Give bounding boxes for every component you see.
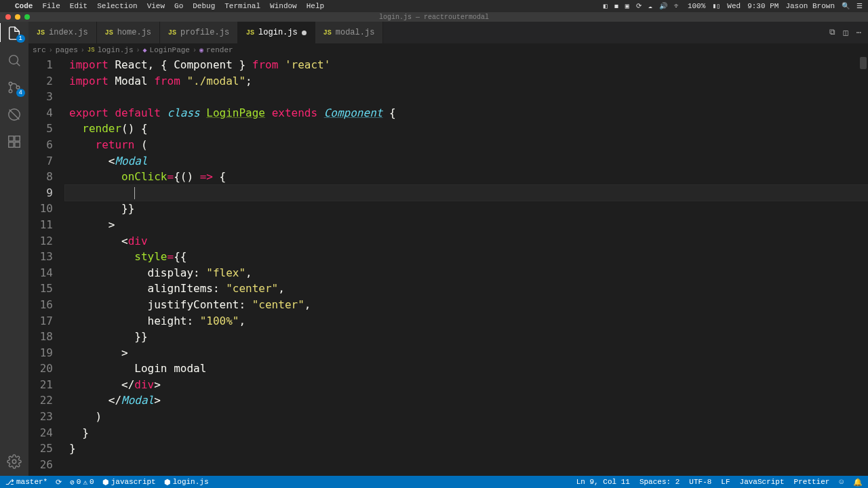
explorer-icon[interactable]: 1 (7, 26, 22, 41)
editor: JSindex.js JShome.js JSprofile.js JSlogi… (28, 22, 868, 476)
code-line[interactable]: }} (65, 329, 868, 345)
editor-tabs: JSindex.js JShome.js JSprofile.js JSlogi… (28, 22, 868, 43)
tab-profile[interactable]: JSprofile.js (160, 22, 238, 43)
debug-icon[interactable] (7, 107, 22, 122)
maximize-icon[interactable] (24, 14, 30, 20)
js-icon: JS (37, 29, 45, 37)
close-icon[interactable] (5, 14, 11, 20)
notifications-icon[interactable]: ☰ (856, 2, 863, 10)
status-icon[interactable]: ◧ (604, 2, 608, 10)
code-line[interactable]: export default class LoginPage extends C… (65, 105, 868, 121)
code-lines[interactable]: import React, { Component } from 'react'… (65, 57, 868, 476)
status-icon[interactable]: ▣ (625, 2, 629, 10)
feedback-icon[interactable]: ☺ (839, 478, 844, 486)
code-line[interactable]: display: "flex", (65, 265, 868, 281)
code-line[interactable]: alignItems: "center", (65, 281, 868, 297)
status-icon[interactable]: ◼ (614, 2, 618, 10)
cursor-position[interactable]: Ln 9, Col 11 (576, 478, 630, 486)
menu-app[interactable]: Code (15, 2, 33, 10)
code-line[interactable] (65, 457, 868, 473)
menu-go[interactable]: Go (174, 2, 183, 10)
code-line[interactable]: }} (65, 201, 868, 217)
source-control-icon[interactable]: 4 (7, 80, 22, 95)
active-file[interactable]: ⬢ login.js (164, 478, 209, 487)
menu-debug[interactable]: Debug (193, 2, 215, 10)
settings-gear-icon[interactable] (7, 454, 22, 469)
problems-indicator[interactable]: ⊘ 0 ⚠ 0 (70, 478, 94, 487)
menu-edit[interactable]: Edit (70, 2, 87, 10)
code-line[interactable]: import React, { Component } from 'react' (65, 57, 868, 73)
code-line[interactable]: > (65, 217, 868, 233)
sync-icon[interactable]: ⟳ (56, 478, 62, 487)
class-icon: ◆ (143, 46, 147, 54)
battery-percent: 100% (688, 2, 705, 10)
code-line[interactable]: height: "100%", (65, 313, 868, 329)
breadcrumb[interactable]: src› pages› JSlogin.js› ◆LoginPage› ◉ren… (28, 43, 868, 57)
tab-modal[interactable]: JSmodal.js (315, 22, 384, 43)
extensions-icon[interactable] (7, 134, 22, 149)
activity-bar: 1 4 (0, 22, 28, 476)
js-icon: JS (323, 29, 332, 37)
bell-icon[interactable]: 🔔 (853, 478, 863, 487)
crumb-method[interactable]: render (206, 46, 233, 54)
compare-icon[interactable]: ⧉ (829, 28, 835, 37)
status-icon[interactable]: ☁ (648, 2, 652, 10)
branch-indicator[interactable]: ⎇ master* (5, 478, 47, 487)
svg-rect-10 (15, 142, 20, 147)
tab-label: profile.js (180, 28, 229, 37)
crumb-class[interactable]: LoginPage (150, 46, 190, 54)
encoding-indicator[interactable]: UTF-8 (689, 478, 711, 486)
code-line[interactable]: ) (65, 409, 868, 425)
menubar-user[interactable]: Jason Brown (785, 2, 835, 10)
js-icon: JS (87, 47, 95, 54)
js-icon: JS (246, 29, 254, 37)
menu-help[interactable]: Help (307, 2, 324, 10)
code-line[interactable]: <div (65, 233, 868, 249)
method-icon: ◉ (199, 46, 203, 54)
code-line[interactable]: justifyContent: "center", (65, 297, 868, 313)
menu-selection[interactable]: Selection (97, 2, 137, 10)
minimize-icon[interactable] (15, 14, 20, 20)
lang-server[interactable]: ⬢ javascript (102, 478, 156, 487)
menu-view[interactable]: View (147, 2, 165, 10)
wifi-icon[interactable]: ᯤ (674, 2, 681, 10)
search-icon[interactable] (7, 53, 22, 68)
code-line[interactable] (65, 89, 868, 105)
code-line[interactable]: } (65, 425, 868, 441)
code-line[interactable]: style={{ (65, 249, 868, 265)
window-title: login.js — reactroutermodal (379, 14, 489, 21)
code-line[interactable]: > (65, 345, 868, 361)
menu-terminal[interactable]: Terminal (224, 2, 260, 10)
language-mode[interactable]: JavaScript (740, 478, 785, 486)
volume-icon[interactable]: 🔊 (659, 2, 667, 10)
menu-file[interactable]: File (42, 2, 60, 10)
js-icon: JS (105, 29, 113, 37)
code-line[interactable]: import Modal from "./modal"; (65, 73, 868, 89)
split-icon[interactable]: ◫ (844, 28, 848, 38)
status-icon[interactable]: ⟳ (636, 2, 642, 10)
code-line[interactable]: </Modal> (65, 392, 868, 409)
tab-index[interactable]: JSindex.js (28, 22, 97, 43)
code-line[interactable]: render() { (65, 121, 868, 137)
code-line[interactable]: return ( (65, 137, 868, 153)
crumb-pages[interactable]: pages (56, 46, 78, 54)
crumb-file[interactable]: login.js (98, 46, 134, 54)
traffic-lights[interactable] (0, 14, 30, 20)
formatter-indicator[interactable]: Prettier (794, 478, 830, 486)
tab-home[interactable]: JShome.js (97, 22, 160, 43)
indent-indicator[interactable]: Spaces: 2 (639, 478, 679, 486)
code-line[interactable]: <Modal (65, 153, 868, 169)
scm-badge: 4 (16, 89, 25, 97)
code-line[interactable]: } (65, 441, 868, 457)
code-line[interactable]: Login modal (65, 361, 868, 377)
code-line[interactable] (65, 185, 868, 201)
eol-indicator[interactable]: LF (721, 478, 730, 486)
tab-login[interactable]: JSlogin.js (238, 22, 315, 43)
code-line[interactable]: </div> (65, 377, 868, 393)
crumb-src[interactable]: src (33, 46, 46, 54)
code-area[interactable]: 1234567891011121314151617181920212223242… (28, 57, 868, 476)
menu-window[interactable]: Window (270, 2, 297, 10)
more-icon[interactable]: ⋯ (856, 28, 861, 38)
code-line[interactable]: onClick={() => { (65, 169, 868, 185)
spotlight-icon[interactable]: 🔍 (842, 2, 850, 10)
